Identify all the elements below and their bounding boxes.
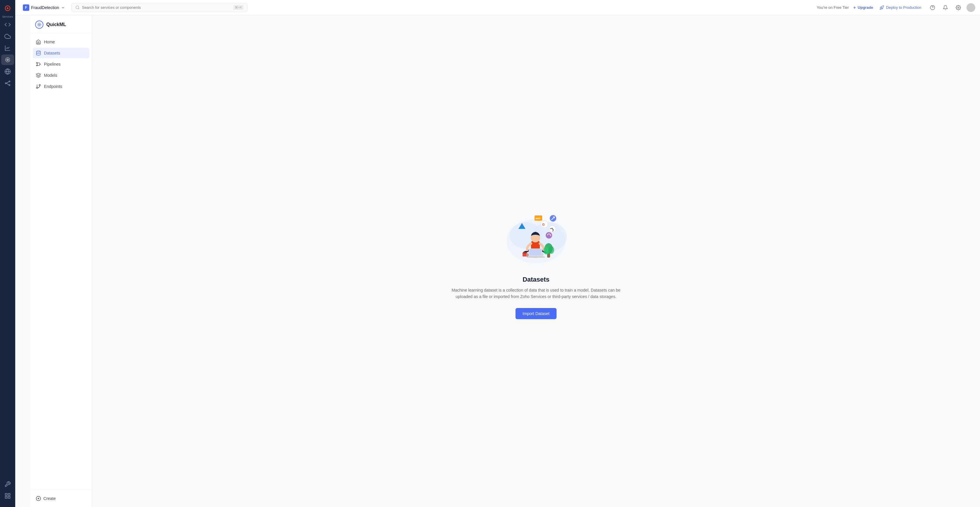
project-name: FraudDetection [31,5,59,10]
svg-rect-11 [8,494,10,495]
svg-point-47 [543,247,549,254]
endpoints-icon [36,84,41,89]
svg-point-7 [9,85,10,86]
datasets-icon [36,51,41,56]
notifications-button[interactable] [941,3,950,12]
svg-line-8 [6,82,9,84]
svg-rect-10 [5,494,7,495]
services-label: Services [2,15,13,18]
svg-point-21 [38,24,40,25]
svg-point-1 [7,59,8,60]
svg-point-18 [931,5,935,10]
svg-rect-44 [527,256,545,257]
rocket-icon [880,5,884,10]
svg-line-9 [6,83,9,85]
datasets-illustration: aws G [501,203,571,267]
nav-item-models[interactable]: Models [33,70,89,81]
rail-item-code[interactable] [1,19,14,30]
nav-endpoints-label: Endpoints [44,84,62,89]
svg-point-32 [37,87,38,89]
nav-models-label: Models [44,73,57,78]
app-logo[interactable] [1,3,14,13]
sidebar-footer: Create [30,490,92,507]
create-label: Create [43,496,56,501]
svg-point-14 [76,6,79,9]
search-input[interactable] [82,5,231,10]
sidebar-title: QuickML [46,22,66,27]
search-icon [75,5,80,10]
svg-text:G: G [542,223,545,226]
svg-point-22 [38,23,41,26]
svg-rect-43 [529,249,542,256]
models-icon [36,73,41,78]
svg-point-5 [5,83,6,84]
deploy-button[interactable]: Deploy to Production [877,4,924,11]
search-shortcut: ⌘+K [233,5,243,10]
deploy-label: Deploy to Production [886,5,921,10]
rail-item-globe[interactable] [1,66,14,77]
upgrade-link[interactable]: Upgrade [853,5,873,10]
nav-item-home[interactable]: Home [33,37,89,47]
svg-point-2 [6,58,10,62]
main-content: aws G [92,15,980,507]
rail-item-cloud[interactable] [1,31,14,41]
main-layout: QuickML Home Datasets Pipelines [30,15,980,507]
svg-point-26 [40,64,40,65]
upgrade-label: Upgrade [858,5,873,10]
topbar: F FraudDetection ⌘+K You're on Free Tier… [15,0,980,15]
empty-state: aws G [448,203,624,319]
svg-rect-13 [8,496,10,498]
project-badge: F [23,5,29,11]
svg-text:aws: aws [535,217,540,220]
search-bar[interactable]: ⌘+K [72,3,247,12]
tier-info: You're on Free Tier [817,5,849,10]
nav-item-endpoints[interactable]: Endpoints [33,81,89,92]
rail-item-tools[interactable] [1,479,14,490]
svg-point-23 [37,51,40,52]
user-avatar[interactable] [967,3,975,12]
plus-circle-icon [36,496,41,501]
icon-rail: Services [0,0,15,507]
svg-point-48 [548,246,554,254]
help-button[interactable] [928,3,937,12]
svg-line-15 [78,8,79,9]
plus-icon [853,6,857,10]
nav-item-pipelines[interactable]: Pipelines [33,59,89,70]
svg-point-31 [39,84,40,86]
quickml-icon [35,21,43,29]
svg-rect-12 [5,496,7,498]
rail-item-ml[interactable] [1,54,14,65]
nav-item-datasets[interactable]: Datasets [33,48,89,58]
rail-item-nodes[interactable] [1,78,14,89]
rail-item-analytics[interactable] [1,43,14,53]
svg-point-6 [9,81,10,82]
home-icon [36,39,41,45]
sidebar-header: QuickML [30,15,92,33]
create-button[interactable]: Create [33,494,89,504]
chevron-down-icon [61,6,65,10]
svg-point-20 [958,7,959,8]
sidebar-nav: Home Datasets Pipelines Models [30,33,92,490]
project-selector[interactable]: F FraudDetection [20,3,68,12]
rail-item-grid[interactable] [1,491,14,501]
empty-state-title: Datasets [523,276,549,283]
nav-datasets-label: Datasets [44,51,60,56]
svg-point-50 [523,252,527,254]
import-dataset-button[interactable]: Import Dataset [515,308,557,319]
settings-button[interactable] [954,3,963,12]
empty-state-description: Machine learning dataset is a collection… [448,287,624,300]
pipelines-icon [36,62,41,67]
sidebar: QuickML Home Datasets Pipelines [30,15,92,507]
nav-pipelines-label: Pipelines [44,62,60,67]
nav-home-label: Home [44,40,55,44]
topbar-right: You're on Free Tier Upgrade Deploy to Pr… [817,3,975,12]
